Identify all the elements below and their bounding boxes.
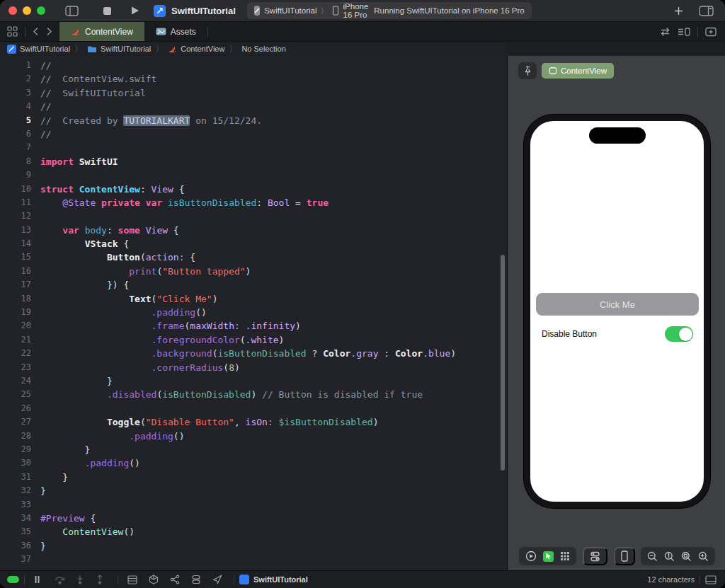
code-line[interactable]: 14 VStack { — [0, 237, 507, 250]
code-line[interactable]: 24 } — [0, 374, 507, 388]
zoom-out-icon[interactable] — [647, 551, 658, 562]
line-number[interactable]: 24 — [0, 374, 31, 388]
related-items-icon[interactable] — [660, 27, 670, 37]
zoom-fit-icon[interactable] — [681, 551, 692, 562]
code-line[interactable]: 7 — [0, 141, 507, 154]
breadcrumb-project[interactable]: SwiftUITutorial — [7, 45, 70, 54]
code-line[interactable]: 29 } — [0, 443, 507, 456]
code-line[interactable]: 20 .frame(maxWidth: .infinity) — [0, 319, 507, 333]
console-toggle-icon[interactable] — [705, 575, 717, 584]
add-button[interactable] — [674, 6, 683, 16]
line-number[interactable]: 13 — [0, 224, 31, 237]
simulate-location-icon[interactable] — [212, 575, 222, 584]
pause-icon[interactable] — [34, 575, 40, 584]
line-number[interactable]: 36 — [0, 539, 31, 553]
code-line[interactable]: 35 ContentView() — [0, 525, 507, 538]
line-number[interactable]: 29 — [0, 443, 31, 456]
disable-button-toggle[interactable] — [665, 326, 693, 342]
scheme-device[interactable]: iPhone 16 Pro — [343, 2, 375, 19]
code-line[interactable]: 17 }) { — [0, 278, 507, 292]
preview-tab-pill[interactable]: ContentView — [542, 63, 614, 79]
tab-contentview[interactable]: ContentView — [59, 22, 144, 41]
code-line[interactable]: 16 print("Button tapped") — [0, 265, 507, 278]
code-line[interactable]: 33 — [0, 498, 507, 512]
breakpoints-toggle-icon[interactable] — [7, 576, 19, 583]
code-line[interactable]: 9 — [0, 168, 507, 182]
view-hierarchy-icon[interactable] — [127, 575, 137, 584]
forward-chevron-icon[interactable] — [46, 27, 52, 36]
code-line[interactable]: 21 .foregroundColor(.white) — [0, 333, 507, 347]
code-line[interactable]: 28 .padding() — [0, 430, 507, 443]
line-number[interactable]: 18 — [0, 292, 31, 306]
line-number[interactable]: 26 — [0, 402, 31, 415]
code-line[interactable]: 19 .padding() — [0, 306, 507, 319]
add-editor-icon[interactable] — [705, 27, 717, 37]
line-number[interactable]: 11 — [0, 196, 31, 209]
code-line[interactable]: 10struct ContentView: View { — [0, 183, 507, 196]
breadcrumb-group[interactable]: SwiftUITutorial — [87, 45, 151, 53]
tab-assets[interactable]: Assets — [144, 22, 207, 41]
code-line[interactable]: 2// ContentView.swift — [0, 72, 507, 86]
minimize-window-button[interactable] — [23, 6, 31, 15]
code-line[interactable]: 6// — [0, 127, 507, 141]
line-number[interactable]: 25 — [0, 388, 31, 401]
code-editor[interactable]: 1//2// ContentView.swift3// SwiftUITutor… — [0, 56, 508, 571]
variants-grid-icon[interactable] — [560, 551, 570, 561]
line-number[interactable]: 35 — [0, 525, 31, 538]
line-number[interactable]: 4 — [0, 100, 31, 113]
activity-scheme-bar[interactable]: SwiftUITutorial 〉 iPhone 16 Pro Running … — [247, 2, 532, 19]
stop-button[interactable] — [103, 6, 112, 16]
line-number[interactable]: 2 — [0, 72, 31, 86]
line-number[interactable]: 22 — [0, 347, 31, 360]
breadcrumb-selection[interactable]: No Selection — [241, 45, 285, 53]
tab-overview-icon[interactable] — [7, 26, 18, 37]
line-number[interactable]: 16 — [0, 265, 31, 278]
code-line[interactable]: 34#Preview { — [0, 512, 507, 525]
line-number[interactable]: 8 — [0, 155, 31, 168]
line-number[interactable]: 7 — [0, 141, 31, 154]
code-line[interactable]: 27 Toggle("Disable Button", isOn: $isBut… — [0, 415, 507, 429]
device-settings-icon[interactable] — [583, 547, 607, 565]
step-out-icon[interactable] — [95, 575, 105, 584]
code-line[interactable]: 4// — [0, 100, 507, 113]
memory-graph-icon[interactable] — [149, 575, 159, 584]
line-number[interactable]: 3 — [0, 86, 31, 100]
code-line[interactable]: 32} — [0, 484, 507, 497]
line-number[interactable]: 6 — [0, 127, 31, 141]
code-line[interactable]: 3// SwiftUITutorial — [0, 86, 507, 100]
editor-scrollbar[interactable] — [501, 255, 505, 471]
line-number[interactable]: 17 — [0, 278, 31, 292]
code-line[interactable]: 36} — [0, 539, 507, 553]
close-window-button[interactable] — [8, 6, 17, 15]
sidebar-toggle-icon[interactable] — [65, 6, 79, 16]
preview-device-icon[interactable] — [614, 547, 635, 565]
line-number[interactable]: 14 — [0, 237, 31, 250]
code-line[interactable]: 26 — [0, 402, 507, 415]
inspector-toggle-icon[interactable] — [699, 6, 714, 16]
editor-options-icon[interactable] — [678, 27, 690, 37]
code-line[interactable]: 13 var body: some View { — [0, 224, 507, 237]
zoom-100-icon[interactable] — [664, 551, 675, 562]
scheme-project[interactable]: SwiftUITutorial — [264, 6, 316, 15]
line-number[interactable]: 21 — [0, 333, 31, 347]
line-number[interactable]: 5 — [0, 114, 31, 127]
line-number[interactable]: 23 — [0, 361, 31, 374]
code-line[interactable]: 31 } — [0, 471, 507, 484]
line-number[interactable]: 34 — [0, 512, 31, 525]
code-line[interactable]: 8import SwiftUI — [0, 155, 507, 168]
code-line[interactable]: 30 .padding() — [0, 456, 507, 470]
line-number[interactable]: 12 — [0, 209, 31, 223]
environment-overrides-icon[interactable] — [170, 575, 180, 584]
line-number[interactable]: 15 — [0, 250, 31, 264]
code-line[interactable]: 12 — [0, 209, 507, 223]
code-line[interactable]: 18 Text("Click Me") — [0, 292, 507, 306]
code-line[interactable]: 25 .disabled(isButtonDisabled) // Button… — [0, 388, 507, 401]
preview-click-me-button[interactable]: Click Me — [536, 293, 699, 316]
code-line[interactable]: 22 .background(isButtonDisabled ? Color.… — [0, 347, 507, 360]
line-number[interactable]: 31 — [0, 471, 31, 484]
step-over-icon[interactable] — [55, 575, 65, 584]
running-app-name[interactable]: SwiftUITutorial — [253, 575, 308, 584]
step-into-icon[interactable] — [75, 575, 85, 584]
run-button[interactable] — [130, 6, 139, 16]
code-line[interactable]: 5// Created by TUTORIALKART on 15/12/24. — [0, 114, 507, 127]
